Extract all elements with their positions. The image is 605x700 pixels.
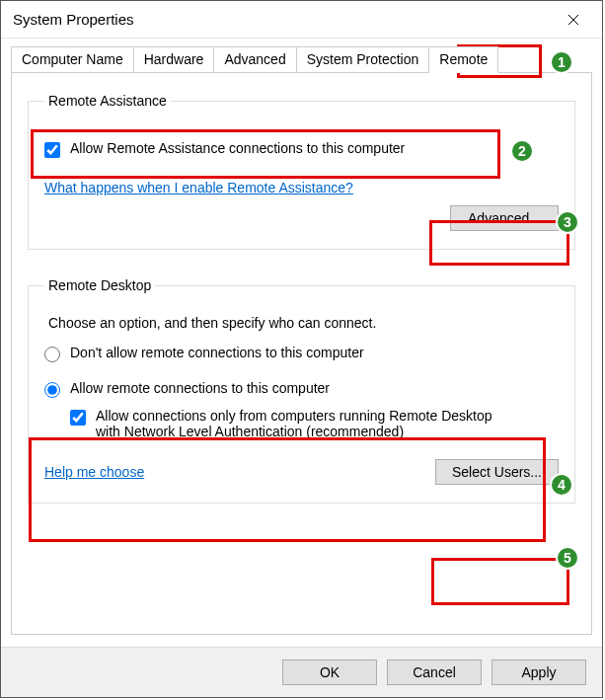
remote-assistance-help-link[interactable]: What happens when I enable Remote Assist… bbox=[44, 180, 353, 195]
rd-option-deny-label: Don't allow remote connections to this c… bbox=[70, 345, 364, 360]
tabstrip: Computer Name Hardware Advanced System P… bbox=[11, 46, 592, 72]
window-title: System Properties bbox=[13, 11, 551, 28]
rd-option-allow-label: Allow remote connections to this compute… bbox=[70, 380, 330, 396]
allow-remote-assistance-row[interactable]: Allow Remote Assistance connections to t… bbox=[44, 140, 559, 158]
remote-desktop-legend: Remote Desktop bbox=[44, 277, 155, 293]
rd-nla-label: Allow connections only from computers ru… bbox=[96, 408, 520, 439]
remote-desktop-group: Remote Desktop Choose an option, and the… bbox=[28, 277, 575, 504]
tab-computer-name[interactable]: Computer Name bbox=[11, 46, 134, 72]
rd-option-deny-radio[interactable] bbox=[44, 347, 60, 362]
select-users-button[interactable]: Select Users... bbox=[435, 459, 559, 485]
remote-assistance-group: Remote Assistance Allow Remote Assistanc… bbox=[28, 93, 575, 250]
ok-button[interactable]: OK bbox=[282, 660, 377, 685]
rd-option-allow-row[interactable]: Allow remote connections to this compute… bbox=[44, 380, 559, 398]
rd-nla-row[interactable]: Allow connections only from computers ru… bbox=[70, 408, 559, 439]
titlebar: System Properties bbox=[1, 1, 602, 39]
rd-option-allow-radio[interactable] bbox=[44, 382, 60, 398]
rd-option-deny-row[interactable]: Don't allow remote connections to this c… bbox=[44, 345, 559, 362]
remote-desktop-choose-text: Choose an option, and then specify who c… bbox=[48, 315, 559, 331]
tab-system-protection[interactable]: System Protection bbox=[296, 46, 430, 72]
remote-assistance-legend: Remote Assistance bbox=[44, 93, 171, 109]
close-icon bbox=[567, 14, 579, 26]
tab-body-remote: Remote Assistance Allow Remote Assistanc… bbox=[11, 72, 592, 635]
allow-remote-assistance-checkbox[interactable] bbox=[44, 142, 60, 158]
allow-remote-assistance-label: Allow Remote Assistance connections to t… bbox=[70, 140, 405, 156]
close-button[interactable] bbox=[551, 4, 596, 36]
apply-button[interactable]: Apply bbox=[492, 660, 586, 685]
rd-help-link[interactable]: Help me choose bbox=[44, 464, 144, 480]
dialog-footer: OK Cancel Apply bbox=[1, 647, 602, 697]
rd-nla-checkbox[interactable] bbox=[70, 410, 86, 426]
tab-remote[interactable]: Remote bbox=[428, 46, 498, 73]
tab-hardware[interactable]: Hardware bbox=[133, 46, 215, 72]
system-properties-window: System Properties Computer Name Hardware… bbox=[0, 0, 603, 698]
cancel-button[interactable]: Cancel bbox=[387, 660, 482, 685]
remote-assistance-advanced-button[interactable]: Advanced... bbox=[450, 205, 559, 231]
tab-advanced[interactable]: Advanced bbox=[213, 46, 296, 72]
